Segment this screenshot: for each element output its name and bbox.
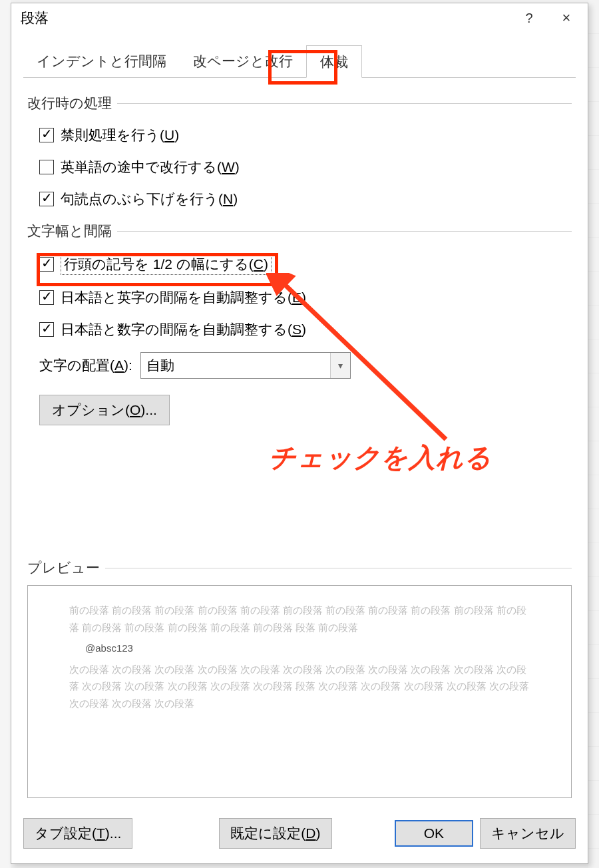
- cancel-button[interactable]: キャンセル: [480, 818, 576, 849]
- annotation-text: チェックを入れる: [269, 439, 492, 476]
- help-icon: ?: [525, 11, 532, 26]
- check-break-latin[interactable]: 英単語の途中で改行する(W): [39, 158, 572, 176]
- dialog-footer: タブ設定(T)... 既定に設定(D) OK キャンセル: [11, 809, 588, 863]
- group-spacing-label: 文字幅と間隔: [27, 222, 572, 240]
- tab-strip: インデントと行間隔 改ページと改行 体裁: [23, 45, 576, 78]
- button-label: キャンセル: [491, 825, 564, 841]
- check-label: 日本語と数字の間隔を自動調整する(S): [61, 320, 306, 339]
- check-label: 句読点のぶら下げを行う(N): [61, 190, 238, 208]
- tab-page-break[interactable]: 改ページと改行: [180, 45, 306, 78]
- help-button[interactable]: ?: [510, 6, 548, 30]
- chevron-down-icon: ▾: [330, 353, 350, 378]
- alignment-select[interactable]: 自動 ▾: [140, 352, 351, 379]
- tab-label: インデントと行間隔: [37, 53, 166, 69]
- ok-button[interactable]: OK: [395, 820, 473, 847]
- alignment-label: 文字の配置(A):: [39, 356, 132, 375]
- preview-prev-text: 前の段落 前の段落 前の段落 前の段落 前の段落 前の段落 前の段落 前の段落 …: [69, 602, 530, 636]
- check-adjust-jp-num[interactable]: 日本語と数字の間隔を自動調整する(S): [39, 320, 572, 339]
- options-button[interactable]: オプション(O)...: [39, 395, 170, 425]
- close-icon: ×: [562, 9, 571, 27]
- tab-indent-spacing[interactable]: インデントと行間隔: [23, 45, 180, 78]
- button-label: OK: [424, 825, 444, 841]
- tab-label: 体裁: [320, 54, 348, 69]
- divider: [117, 103, 572, 104]
- text-alignment-row: 文字の配置(A): 自動 ▾: [39, 352, 572, 379]
- checkbox-icon: [39, 257, 54, 272]
- checkbox-icon: [39, 192, 54, 206]
- checkbox-icon: [39, 128, 54, 142]
- group-title: 改行時の処理: [27, 94, 112, 112]
- background-right-strip: [588, 0, 599, 868]
- titlebar: 段落 ? ×: [11, 3, 588, 33]
- tab-settings-button[interactable]: タブ設定(T)...: [23, 818, 132, 849]
- spacing-options: 行頭の記号を 1/2 の幅にする(C) 日本語と英字の間隔を自動調整する(E) …: [27, 240, 572, 425]
- close-button[interactable]: ×: [548, 6, 585, 30]
- checkbox-icon: [39, 160, 54, 174]
- check-hanging-punct[interactable]: 句読点のぶら下げを行う(N): [39, 190, 572, 208]
- background-left-strip: [0, 0, 11, 868]
- checkbox-icon: [39, 290, 54, 305]
- preview-section: プレビュー 前の段落 前の段落 前の段落 前の段落 前の段落 前の段落 前の段落…: [27, 558, 572, 798]
- check-kinsoku[interactable]: 禁則処理を行う(U): [39, 126, 572, 144]
- tabs-container: インデントと行間隔 改ページと改行 体裁: [11, 33, 588, 78]
- check-adjust-jp-en[interactable]: 日本語と英字の間隔を自動調整する(E): [39, 288, 572, 307]
- check-label: 日本語と英字の間隔を自動調整する(E): [61, 288, 306, 307]
- divider: [117, 231, 572, 232]
- set-default-button[interactable]: 既定に設定(D): [219, 818, 331, 849]
- select-value: 自動: [146, 356, 174, 375]
- paragraph-dialog: 段落 ? × インデントと行間隔 改ページと改行 体裁 改行時の処理 禁則処理を…: [11, 3, 588, 864]
- preview-sample-text: @absc123: [69, 640, 530, 657]
- checkbox-icon: [39, 322, 54, 337]
- check-label: 英単語の途中で改行する(W): [61, 158, 240, 176]
- group-title: 文字幅と間隔: [27, 222, 112, 240]
- check-label: 禁則処理を行う(U): [61, 126, 179, 144]
- linebreak-options: 禁則処理を行う(U) 英単語の途中で改行する(W) 句読点のぶら下げを行う(N): [27, 112, 572, 208]
- divider: [105, 568, 572, 568]
- preview-box: 前の段落 前の段落 前の段落 前の段落 前の段落 前の段落 前の段落 前の段落 …: [27, 585, 572, 798]
- tab-label: 改ページと改行: [193, 53, 293, 69]
- preview-next-text: 次の段落 次の段落 次の段落 次の段落 次の段落 次の段落 次の段落 次の段落 …: [69, 661, 530, 712]
- group-linebreak-label: 改行時の処理: [27, 94, 572, 112]
- check-label: 行頭の記号を 1/2 の幅にする(C): [61, 254, 272, 275]
- group-title: プレビュー: [27, 558, 100, 577]
- dialog-title: 段落: [21, 9, 510, 27]
- check-half-width-leading[interactable]: 行頭の記号を 1/2 の幅にする(C): [39, 254, 572, 275]
- preview-label: プレビュー: [27, 558, 572, 577]
- tab-asian-typography[interactable]: 体裁: [306, 45, 362, 78]
